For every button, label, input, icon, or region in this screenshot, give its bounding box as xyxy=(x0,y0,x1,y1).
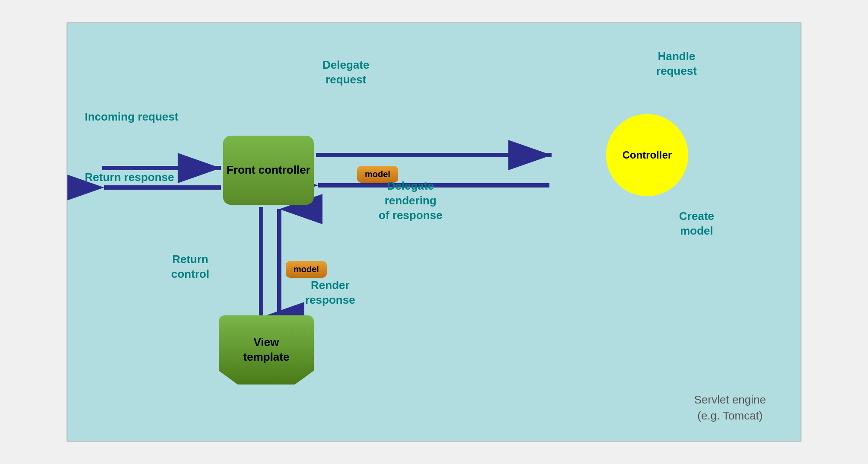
label-delegate-request: Delegaterequest xyxy=(322,58,369,87)
model-badge-bottom: model xyxy=(286,261,327,278)
label-incoming-request: Incoming request xyxy=(85,110,179,124)
front-controller-box: Front controller xyxy=(223,136,314,205)
controller-circle: Controller xyxy=(606,114,688,196)
label-return-response: Return response xyxy=(85,170,174,185)
diagram-container: Incoming request Return response Delegat… xyxy=(67,22,801,442)
servlet-engine-label: Servlet engine (e.g. Tomcat) xyxy=(694,392,766,423)
view-template-box: Viewtemplate xyxy=(219,315,314,385)
label-return-control: Returncontrol xyxy=(171,252,209,282)
label-delegate-rendering: Delegaterenderingof response xyxy=(379,179,442,222)
label-create-model: Createmodel xyxy=(679,209,714,238)
label-render-response: Renderresponse xyxy=(305,278,355,308)
label-handle-request: Handlerequest xyxy=(656,49,697,79)
